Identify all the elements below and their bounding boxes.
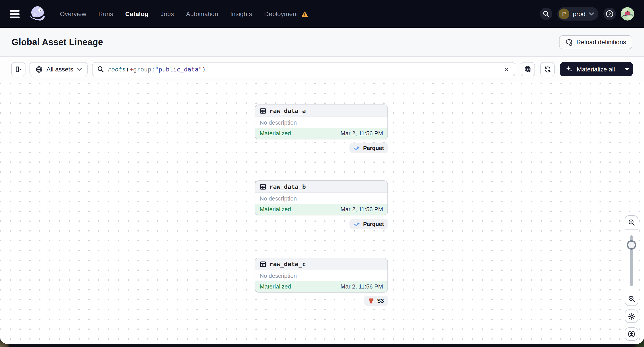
kind-tag-label: Parquet [363, 221, 384, 227]
download-graph-button[interactable] [625, 327, 638, 341]
parquet-icon [354, 221, 360, 227]
asset-node-header: raw_data_c [255, 258, 388, 270]
page-title: Global Asset Lineage [12, 37, 103, 47]
dagster-logo-icon[interactable] [28, 4, 48, 24]
globe-plus-icon [524, 65, 532, 73]
gear-icon [628, 312, 635, 320]
materialization-timestamp[interactable]: Mar 2, 11:56 PM [340, 130, 383, 137]
asset-node-raw-data-b[interactable]: raw_data_b No description Materialized M… [255, 180, 388, 215]
download-icon [628, 330, 636, 338]
caret-down-icon [625, 68, 629, 70]
parquet-icon [354, 145, 360, 151]
nav-links: Overview Runs Catalog Jobs Automation In… [60, 10, 308, 17]
warning-triangle-icon [301, 10, 308, 17]
reload-definitions-button[interactable]: Reload definitions [559, 35, 632, 49]
open-sidebar-panel-button[interactable] [11, 62, 26, 76]
zoom-slider-handle[interactable] [627, 240, 636, 250]
workspace-label: prod [573, 10, 586, 17]
kind-tag-label: Parquet [363, 145, 384, 151]
workspace-avatar: P [559, 8, 569, 19]
search-icon[interactable] [540, 7, 552, 20]
materialization-timestamp[interactable]: Mar 2, 11:56 PM [340, 206, 383, 213]
asset-description: No description [255, 117, 388, 128]
asset-name: raw_data_c [270, 260, 306, 268]
kind-tag-parquet[interactable]: Parquet [350, 143, 388, 153]
materialize-all-button[interactable]: Materialize all [560, 62, 621, 76]
nav-item-automation[interactable]: Automation [186, 10, 218, 17]
asset-status-row: Materialized Mar 2, 11:56 PM [255, 204, 388, 215]
lineage-graph-canvas[interactable]: raw_data_a No description Materialized M… [0, 82, 644, 344]
panel-expand-icon [14, 65, 22, 73]
zoom-controls [625, 215, 638, 306]
hamburger-menu-icon[interactable] [10, 10, 20, 18]
status-badge: Materialized [260, 130, 291, 137]
status-badge: Materialized [260, 206, 291, 213]
nav-item-overview[interactable]: Overview [60, 10, 86, 17]
top-navbar: Overview Runs Catalog Jobs Automation In… [0, 0, 644, 28]
status-badge: Materialized [260, 283, 291, 290]
cube-reload-icon [565, 38, 573, 46]
asset-description: No description [255, 193, 388, 204]
asset-node-raw-data-c[interactable]: raw_data_c No description Materialized M… [255, 258, 388, 293]
asset-selection-query[interactable]: roots(+group:"public_data") [108, 66, 499, 73]
kind-tag-s3[interactable]: S3 [364, 296, 388, 306]
dagster-app-window: Overview Runs Catalog Jobs Automation In… [0, 0, 644, 344]
desktop-backdrop: Overview Runs Catalog Jobs Automation In… [0, 0, 644, 347]
globe-add-scope-button[interactable] [521, 62, 535, 76]
asset-node-header: raw_data_b [255, 181, 388, 193]
navbar-right-actions: P prod ? [540, 7, 634, 20]
asset-status-row: Materialized Mar 2, 11:56 PM [255, 128, 388, 139]
asset-scope-filter[interactable]: All assets [30, 62, 88, 76]
nav-item-runs[interactable]: Runs [98, 10, 113, 17]
materialization-timestamp[interactable]: Mar 2, 11:56 PM [340, 283, 383, 290]
help-icon[interactable]: ? [603, 7, 616, 20]
asset-node-raw-data-a[interactable]: raw_data_a No description Materialized M… [255, 104, 388, 139]
lineage-toolbar: All assets roots(+group:"public_data") ✕ [0, 57, 644, 82]
asset-name: raw_data_a [270, 107, 306, 114]
materialize-options-dropdown[interactable] [621, 62, 633, 76]
asset-status-row: Materialized Mar 2, 11:56 PM [255, 281, 388, 292]
nav-item-catalog[interactable]: Catalog [125, 10, 148, 17]
user-avatar[interactable] [621, 7, 634, 20]
zoom-slider[interactable] [625, 229, 638, 292]
graph-settings-button[interactable] [625, 310, 638, 323]
s3-bucket-icon [368, 298, 374, 304]
table-icon [260, 107, 266, 114]
nav-item-jobs[interactable]: Jobs [161, 10, 174, 17]
table-icon [260, 183, 266, 190]
zoom-out-icon[interactable] [625, 292, 638, 306]
asset-name: raw_data_b [270, 183, 306, 190]
table-icon [260, 261, 266, 267]
zoom-in-icon[interactable] [625, 216, 638, 229]
chevron-down-icon [589, 12, 594, 15]
kind-tag-label: S3 [377, 298, 384, 304]
clear-query-icon[interactable]: ✕ [502, 66, 510, 72]
svg-text:?: ? [608, 11, 611, 16]
workspace-switcher[interactable]: P prod [557, 7, 598, 20]
sparkles-icon [566, 66, 573, 73]
refresh-icon [544, 65, 552, 73]
search-icon [97, 66, 104, 73]
asset-selection-input[interactable]: roots(+group:"public_data") ✕ [92, 62, 516, 76]
nav-item-insights[interactable]: Insights [230, 10, 252, 17]
kind-tag-parquet[interactable]: Parquet [350, 219, 388, 229]
chevron-down-icon [77, 68, 82, 71]
globe-icon [35, 65, 43, 73]
asset-description: No description [255, 270, 388, 281]
nav-item-deployment[interactable]: Deployment [264, 10, 308, 17]
asset-node-header: raw_data_a [255, 105, 388, 117]
page-header: Global Asset Lineage Reload definitions [0, 28, 644, 57]
refresh-graph-button[interactable] [540, 62, 555, 76]
materialize-split-button: Materialize all [560, 62, 633, 76]
